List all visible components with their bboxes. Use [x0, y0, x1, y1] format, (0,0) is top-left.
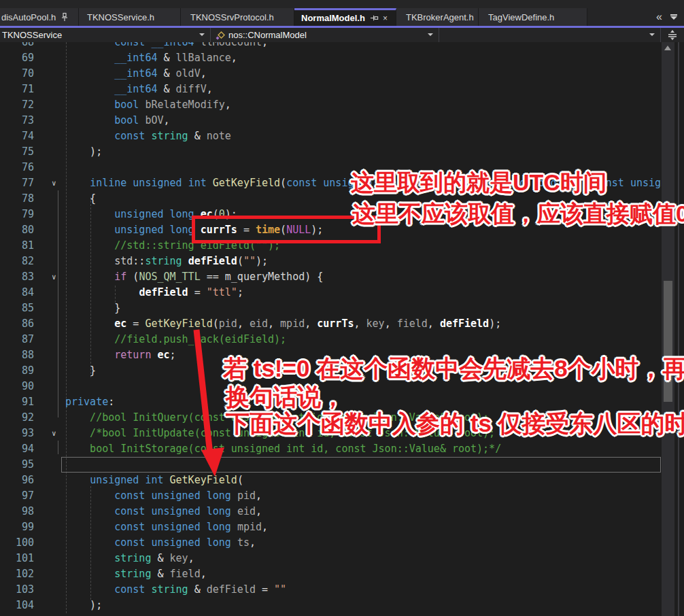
code-line[interactable]: 83∨ if (NOS_QM_TTL == m_queryMethod) { — [0, 269, 662, 285]
tab-tknossrvprotocol[interactable]: TKNOSSrvProtocol.h — [181, 8, 294, 26]
code-line[interactable]: 87 //field.push_back(eidField); — [0, 332, 662, 347]
fold-chevron-icon[interactable]: ∨ — [52, 269, 56, 285]
tab-tkbrokeragent[interactable]: TKBrokerAgent.h — [396, 8, 479, 26]
line-number: 82 — [0, 254, 34, 269]
code-text: const unsigned long eid, — [65, 504, 262, 519]
fold-margin — [34, 160, 65, 175]
project-scope-dropdown[interactable]: TKNOSService — [0, 28, 211, 42]
line-number: 76 — [0, 160, 34, 175]
code-text: unsigned long ec(0); — [65, 207, 237, 222]
code-line[interactable]: 99 const unsigned long mpid, — [0, 519, 662, 535]
code-line[interactable]: 101 string & key, — [0, 551, 662, 566]
fold-margin: ∨ — [34, 175, 65, 191]
fold-chevron-icon[interactable]: ∨ — [52, 175, 56, 191]
code-line[interactable]: 69 __int64 & llBalance, — [0, 50, 662, 66]
code-line[interactable]: 78 { — [0, 191, 662, 207]
split-window-button[interactable] — [661, 28, 684, 42]
code-editor[interactable]: 68 const __int64 llModCount,69 __int64 &… — [0, 42, 662, 616]
code-line[interactable]: 68 const __int64 llModCount, — [0, 42, 662, 50]
code-line[interactable]: 102 string & field, — [0, 566, 662, 582]
code-line[interactable]: 90 — [0, 379, 662, 394]
type-dropdown[interactable]: nos::CNormalModel — [211, 28, 439, 42]
code-text: return ec; — [65, 347, 176, 363]
code-line[interactable]: 75 ); — [0, 144, 662, 160]
line-number: 97 — [0, 488, 34, 504]
code-line[interactable]: 86 ec = GetKeyField(pid, eid, mpid, curr… — [0, 316, 662, 332]
tab-label: TKNOSService.h — [87, 12, 154, 22]
code-text: string & field, — [65, 566, 207, 582]
tab-tknosservice[interactable]: TKNOSService.h — [79, 8, 181, 26]
close-icon[interactable]: × — [383, 14, 388, 23]
fold-margin — [34, 238, 65, 254]
fold-margin — [34, 97, 65, 113]
chevron-down-icon — [199, 33, 205, 36]
line-number: 94 — [0, 441, 34, 457]
code-line[interactable]: 74 const string & note — [0, 129, 662, 144]
code-line[interactable]: 73 bool bOV, — [0, 113, 662, 129]
code-line[interactable]: 77∨ inline unsigned int GetKeyField(cons… — [0, 175, 662, 191]
fold-margin — [34, 582, 65, 598]
fold-margin — [34, 42, 65, 50]
tab-overflow-icon[interactable]: « — [656, 12, 662, 22]
tab-tagviewdefine[interactable]: TagViewDefine.h — [479, 8, 587, 26]
fold-margin — [34, 394, 65, 410]
code-line[interactable]: 82 std::string defField(""); — [0, 254, 662, 269]
line-number: 95 — [0, 457, 34, 473]
code-text: ); — [65, 598, 102, 613]
line-number: 101 — [0, 551, 34, 566]
code-text: const unsigned long mpid, — [65, 519, 268, 535]
fold-margin — [34, 410, 65, 426]
fold-margin — [34, 598, 65, 613]
code-text: const unsigned long ts, — [65, 535, 256, 551]
tab-list-icon[interactable] — [670, 14, 677, 20]
fold-margin — [34, 66, 65, 82]
tab-normalmodel-active[interactable]: NormalModel.h × — [294, 8, 396, 26]
code-line[interactable]: 81 //std::string eidField(""); — [0, 238, 662, 254]
fold-margin — [34, 254, 65, 269]
code-line[interactable]: 92 //bool InitQuery(const unsigned int i… — [0, 410, 662, 426]
fold-margin: ∨ — [34, 269, 65, 285]
code-line[interactable]: 85 } — [0, 301, 662, 316]
line-number: 84 — [0, 285, 34, 301]
code-line[interactable]: 91private: — [0, 394, 662, 410]
scrollbar-thumb[interactable] — [664, 281, 672, 402]
fold-margin — [34, 301, 65, 316]
code-line[interactable]: 70 __int64 & oldV, — [0, 66, 662, 82]
member-dropdown[interactable] — [439, 28, 661, 42]
code-line[interactable]: 93∨ /*bool InitUpdate(const unsigned int… — [0, 426, 662, 441]
code-line[interactable]: 84 defField = "ttl"; — [0, 285, 662, 301]
code-line[interactable]: 72 bool bRelateModify, — [0, 97, 662, 113]
code-text: const string & note — [65, 129, 231, 144]
fold-margin — [34, 82, 65, 97]
code-line[interactable]: 98 const unsigned long eid, — [0, 504, 662, 519]
code-line[interactable]: 94 bool InitStorage(const unsigned int i… — [0, 441, 662, 457]
tab-disautopool[interactable]: disAutoPool.h — [0, 8, 79, 26]
scroll-up-arrow-icon[interactable] — [664, 46, 671, 50]
fold-chevron-icon[interactable]: ∨ — [52, 426, 56, 441]
code-line[interactable]: 76 — [0, 160, 662, 175]
line-number: 86 — [0, 316, 34, 332]
line-number: 72 — [0, 97, 34, 113]
code-text: string & key, — [65, 551, 194, 566]
pane-border — [678, 42, 679, 616]
code-text: __int64 & diffV, — [65, 82, 213, 97]
code-line[interactable]: 80 unsigned long currTs = time(NULL); — [0, 222, 662, 238]
code-line[interactable]: 97 const unsigned long pid, — [0, 488, 662, 504]
code-line[interactable]: 71 __int64 & diffV, — [0, 82, 662, 97]
code-line[interactable]: 79 unsigned long ec(0); — [0, 207, 662, 222]
code-line[interactable]: 104 ); — [0, 598, 662, 613]
code-line[interactable]: 105 unsigned int GetKeyField( — [0, 613, 662, 616]
code-line[interactable]: 100 const unsigned long ts, — [0, 535, 662, 551]
code-text: //field.push_back(eidField); — [65, 332, 286, 347]
pin-icon[interactable] — [61, 12, 69, 22]
code-line[interactable]: 89 } — [0, 363, 662, 379]
line-number: 75 — [0, 144, 34, 160]
pin-icon[interactable] — [370, 14, 379, 22]
fold-margin — [34, 222, 65, 238]
split-window-icon — [668, 30, 677, 40]
code-line[interactable]: 96 unsigned int GetKeyField( — [0, 473, 662, 488]
vertical-scrollbar[interactable] — [662, 42, 674, 616]
code-line[interactable]: 103 const string & defField = "" — [0, 582, 662, 598]
fold-margin — [34, 207, 65, 222]
code-line[interactable]: 88 return ec; — [0, 347, 662, 363]
